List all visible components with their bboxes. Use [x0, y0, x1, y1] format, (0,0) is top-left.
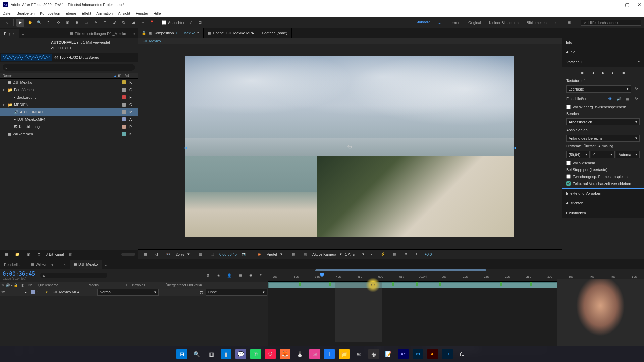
- marker-icon[interactable]: [392, 282, 394, 286]
- workspace-lernen[interactable]: Lernen: [449, 21, 460, 25]
- channels-icon[interactable]: ◉: [255, 250, 263, 258]
- task-facebook[interactable]: f: [324, 349, 335, 359]
- work-area-bar[interactable]: [315, 269, 486, 272]
- tree-item-farbfl-chen[interactable]: ▾📂FarbflächenC: [0, 86, 138, 94]
- project-tab-menu[interactable]: ≡: [19, 29, 27, 38]
- workspace-original[interactable]: Original: [468, 21, 481, 25]
- project-settings-icon[interactable]: ⚙: [35, 250, 43, 258]
- camera-dropdown[interactable]: Aktive Kamera: [312, 252, 336, 256]
- move-time-check[interactable]: Zeitp. auf Vorschauzeit verschieben: [566, 181, 640, 186]
- layer-name[interactable]: DJI_Mexiko.MP4: [52, 290, 95, 294]
- menu-datei[interactable]: Datei: [3, 11, 11, 15]
- composition-tab[interactable]: 🔒 ▦ Komposition DJI_Mexiko ≡: [138, 28, 204, 38]
- breadcrumb-comp[interactable]: DJI_Mexiko: [142, 39, 161, 43]
- tree-item-medien[interactable]: ▾📂MEDIENC: [0, 101, 138, 108]
- pan-behind-tool[interactable]: ⊕: [73, 19, 81, 27]
- menu-bearbeiten[interactable]: Bearbeiten: [17, 11, 35, 15]
- trash-icon[interactable]: 🗑: [66, 250, 74, 258]
- maximize-button[interactable]: ▢: [625, 2, 629, 7]
- minimize-button[interactable]: —: [612, 2, 617, 7]
- sort-icon[interactable]: ▴: [114, 74, 116, 77]
- puppet-tool[interactable]: 📍: [148, 19, 156, 27]
- menu-effekt[interactable]: Effekt: [82, 11, 91, 15]
- workspace-menu-icon[interactable]: ≡: [438, 21, 440, 25]
- layer-video-icon[interactable]: 👁: [1, 290, 6, 294]
- brush-tool[interactable]: 🖌: [110, 19, 118, 27]
- task-whatsapp[interactable]: ✆: [250, 349, 261, 359]
- tree-item-autounfall[interactable]: 🔊AUTOUNFALLM: [0, 108, 138, 116]
- task-ae[interactable]: Ae: [398, 349, 409, 359]
- tree-color-icon[interactable]: [122, 95, 126, 99]
- workspace-bibliotheken[interactable]: Bibliotheken: [527, 21, 547, 25]
- motion-blur-icon[interactable]: ◉: [247, 271, 255, 279]
- welcome-close-icon[interactable]: ×: [60, 261, 70, 269]
- menu-ansicht[interactable]: Ansicht: [118, 11, 130, 15]
- timeline-icon[interactable]: ▦: [390, 250, 398, 258]
- project-tree[interactable]: ▦DJI_MexikoK▾📂FarbflächenC▪BackgroundF▾📂…: [0, 79, 138, 250]
- tree-toggle-icon[interactable]: ▾: [3, 88, 7, 92]
- layer-mode-dropdown[interactable]: Normal▾: [97, 289, 159, 296]
- project-tab[interactable]: Projekt: [0, 29, 19, 38]
- task-opera[interactable]: O: [265, 349, 276, 359]
- pen-tool[interactable]: ✎: [92, 19, 100, 27]
- fullscreen-check[interactable]: Vollbildschirm: [566, 161, 640, 165]
- task-firefox[interactable]: 🦊: [280, 349, 290, 359]
- layer-parent-dropdown[interactable]: Ohne▾: [206, 289, 267, 296]
- task-messenger[interactable]: ✉: [309, 349, 320, 359]
- res-icon[interactable]: ▥: [197, 250, 205, 258]
- type-tool[interactable]: T: [101, 19, 109, 27]
- col-name[interactable]: Name: [3, 74, 114, 77]
- draft-3d-icon[interactable]: ◈: [215, 271, 223, 279]
- col-art[interactable]: Art: [125, 74, 135, 77]
- mask-icon[interactable]: ◑: [153, 250, 161, 258]
- audio-panel-head[interactable]: Audio: [562, 47, 644, 57]
- effect-controls-tab[interactable]: ▦ Effekteinstellungen DJI_Mexikc: [66, 29, 130, 38]
- pixel-aspect-icon[interactable]: ▪: [368, 250, 376, 258]
- selected-asset-name[interactable]: AUTOUNFALL ▾: [51, 40, 79, 45]
- lock-toggle-icon[interactable]: 🔒: [14, 283, 18, 287]
- anchor-point-icon[interactable]: [347, 144, 352, 149]
- welcome-tab[interactable]: ▦Willkommen: [27, 260, 60, 269]
- zoom-chevron-icon[interactable]: ▾: [187, 252, 190, 256]
- shortcut-dropdown[interactable]: Leertaste▾: [566, 85, 631, 93]
- camera-chevron-icon[interactable]: ▾: [340, 252, 342, 256]
- task-obs[interactable]: ◉: [368, 349, 379, 359]
- marker-icon[interactable]: [439, 282, 441, 286]
- toolbar-grid-icon[interactable]: ▦: [565, 19, 573, 27]
- task-notepad[interactable]: 📝: [383, 349, 394, 359]
- shape-tool[interactable]: ▭: [82, 19, 90, 27]
- marker-icon[interactable]: [416, 282, 418, 286]
- project-search[interactable]: ⌕: [3, 64, 135, 71]
- eraser-tool[interactable]: ◢: [129, 19, 137, 27]
- interpret-footage-icon[interactable]: ▦: [3, 250, 11, 258]
- res-dropdown[interactable]: Automa…▾: [616, 151, 640, 158]
- close-button[interactable]: ✕: [637, 2, 641, 7]
- camera-tool[interactable]: ▣: [63, 19, 71, 27]
- timeline-comp-tab[interactable]: ▦DJI_Mexiko: [70, 260, 102, 269]
- play-button[interactable]: ▶: [600, 69, 606, 76]
- hand-tool[interactable]: ✋: [26, 19, 34, 27]
- marker-icon[interactable]: [530, 282, 532, 286]
- effects-panel-head[interactable]: Effekte und Vorgaben: [562, 189, 644, 198]
- 3d-icon[interactable]: 👓: [164, 250, 172, 258]
- last-frame-button[interactable]: ⏭: [620, 69, 627, 76]
- tree-color-icon[interactable]: [122, 80, 126, 84]
- task-windows[interactable]: ⊞: [176, 349, 187, 359]
- clone-tool[interactable]: ⧉: [120, 19, 128, 27]
- composition-viewer[interactable]: [138, 44, 562, 249]
- task-ai[interactable]: Ai: [427, 349, 438, 359]
- viewer-timecode[interactable]: 0;00;36;45: [219, 252, 237, 256]
- pickwhip-icon[interactable]: @: [200, 290, 203, 294]
- include-audio-icon[interactable]: 🔊: [615, 95, 622, 102]
- timeline-timecode[interactable]: 0;00;36;45: [3, 270, 35, 277]
- layer-row-1[interactable]: 👁 ▸ 1 ▾ DJI_Mexiko.MP4 Normal▾ @ Ohne▾: [0, 288, 268, 296]
- tree-toggle-icon[interactable]: ▾: [3, 103, 7, 107]
- task-mail[interactable]: ✉: [354, 349, 364, 359]
- skip-dropdown[interactable]: 0▾: [591, 151, 614, 158]
- comp-mini-flowchart-icon[interactable]: ⧉: [204, 271, 212, 279]
- comp-tab-menu[interactable]: ≡: [197, 31, 199, 35]
- graph-editor-icon[interactable]: ⬚: [258, 271, 266, 279]
- play-from-dropdown[interactable]: Anfang des Bereichs▾: [566, 135, 640, 142]
- selection-tool[interactable]: ▶: [16, 19, 24, 27]
- task-explorer[interactable]: 📁: [339, 349, 350, 359]
